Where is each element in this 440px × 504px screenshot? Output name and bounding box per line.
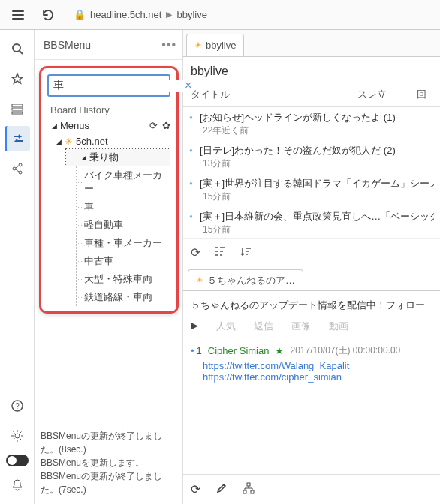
svg-rect-3 [12,112,23,114]
search-rail-icon[interactable] [5,36,30,62]
collapse-icon[interactable]: ◢ [52,122,57,130]
menus-label: Menus [60,120,149,131]
tree-leaf[interactable]: 大型・特殊車両 [77,270,170,288]
edit-icon[interactable] [215,482,228,496]
svg-point-9 [15,434,20,438]
thread-time: 13分前 [200,158,434,170]
tree-category-label: 乗り物 [89,151,119,164]
svg-point-6 [19,171,22,174]
list-rail-icon[interactable] [5,96,30,122]
list-sort-icon[interactable] [214,245,226,260]
share-rail-icon[interactable] [5,156,30,182]
secondary-tab-label: ５ちゃんねるのア… [207,274,295,287]
post-number: 1 [191,345,202,356]
sidebar-title: BBSMenu [44,39,161,51]
sort-desc-icon[interactable] [240,245,252,260]
bullet-icon: ● [189,210,197,236]
clear-search-icon[interactable]: × [185,79,191,92]
thread-time: 22年近く前 [200,124,434,137]
lock-icon: 🔒 [74,9,86,20]
col-title[interactable]: タイトル [191,88,357,101]
thread-time: 15分前 [200,190,434,203]
nav-popular[interactable]: 人気 [216,320,236,333]
thread-title: [実＋]世界が注目する韓国ドラマ「イカゲーム」シーズン2、ecord china… [200,177,434,190]
nav-reply[interactable]: 返信 [254,320,273,333]
tab-icon: ☀ [196,275,203,285]
post: 1 Cipher Simian ★ 2017/10/07(土) 00:00:00… [183,338,440,388]
svg-point-0 [13,44,20,52]
col-reply[interactable]: 回 [410,88,432,101]
thread-title: [実＋]日本維新の会、重点政策見直しへ…「ベーシックインカ [200,210,434,224]
thread-row[interactable]: ●[日テレ]わかった！その盗んだ奴が犯人だ (2)13分前 [183,140,440,172]
reload-icon[interactable]: ⟳ [191,245,200,260]
transfer-rail-icon[interactable] [5,126,30,152]
info-line: ５ちゃんねるのアップデート情報を配信中！フォロー [183,291,440,315]
tab-icon: ☀ [194,40,202,50]
status-log: BBSMenuの更新が終了しました。(8sec.)BBSMenuを更新します。B… [35,424,182,504]
bullet-icon: ● [189,177,197,203]
thread-title: [日テレ]わかった！その盗んだ奴が犯人だ (2) [200,144,434,158]
star-rail-icon[interactable] [5,66,30,92]
tree-leaf[interactable]: 車 [77,198,170,216]
page-title: bbylive [183,57,440,83]
thread-row[interactable]: ●[実＋]世界が注目する韓国ドラマ「イカゲーム」シーズン2、ecord chin… [183,172,440,206]
thread-row[interactable]: ●[お知らせ]ヘッドラインが新しくなったよ (1)22年近く前 [183,106,440,140]
settings-rail-icon[interactable] [5,423,30,448]
svg-rect-2 [12,108,23,110]
board-search-popup: × Board History ◢ Menus ⟳ ✿ ◢ ☀ 5ch.net … [39,66,179,314]
bell-rail-icon[interactable] [5,472,30,498]
column-header: タイトル スレ立 回 [183,83,440,106]
play-icon[interactable]: ▶ [191,320,198,333]
tree-leaf[interactable]: 鉄道路線・車両 [77,288,170,306]
sidebar-more-icon[interactable]: ••• [161,38,176,52]
url-host: headline.5ch.net [90,9,161,20]
tree-category-node[interactable]: ◢ 乗り物 [65,148,170,166]
tree-leaf[interactable]: 軽自動車 [77,216,170,234]
post-author: Cipher Simian [208,345,270,356]
svg-rect-1 [12,104,23,106]
svg-point-4 [13,167,16,170]
board-history-label: Board History [47,97,170,118]
tree-site-node[interactable]: ◢ ☀ 5ch.net [55,134,170,148]
secondary-tab[interactable]: ☀ ５ちゃんねるのア… [188,269,303,290]
post-link[interactable]: https://twitter.com/cipher_simian [203,371,342,382]
url-bar[interactable]: 🔒 headline.5ch.net ▶ bbylive [66,4,434,26]
chevron-right-icon: ▶ [166,10,172,20]
post-date: 2017/10/07(土) 00:00:00.00 [290,344,400,357]
tab-label: bbylive [206,40,236,51]
svg-rect-12 [251,490,254,494]
dark-mode-toggle[interactable] [6,453,29,468]
col-thread[interactable]: スレ立 [357,88,410,101]
svg-rect-11 [243,490,246,494]
nav-video[interactable]: 動画 [329,320,348,333]
reload-bottom-icon[interactable]: ⟳ [191,482,200,496]
tree-leaf[interactable]: 中古車 [77,252,170,270]
menu-icon[interactable] [6,3,30,27]
tree-leaf[interactable]: バイク車種メーカー [77,166,170,198]
board-search-input[interactable] [53,80,185,92]
nav-image[interactable]: 画像 [291,320,311,333]
undo-icon[interactable] [36,3,60,27]
help-rail-icon[interactable]: ? [5,393,30,418]
url-path: bbylive [176,9,206,20]
svg-point-5 [19,164,22,166]
svg-text:?: ? [15,402,20,410]
star-icon: ★ [275,345,284,356]
bullet-icon: ● [189,111,197,137]
tree-leaf[interactable]: 車種・車メーカー [77,234,170,252]
sitemap-icon[interactable] [243,482,255,496]
thread-time: 15分前 [200,224,434,236]
thread-row[interactable]: ●[実＋]日本維新の会、重点政策見直しへ…「ベーシックインカ15分前 [183,206,440,238]
post-link[interactable]: https://twitter.com/Walang_Kapalit [203,360,349,371]
thread-title: [お知らせ]ヘッドラインが新しくなったよ (1) [200,111,434,124]
site-icon: ☀ [65,136,73,147]
tree-site-label: 5ch.net [76,136,108,147]
refresh-icon[interactable]: ⟳ [149,120,158,131]
tab-bbylive[interactable]: ☀ bbylive [186,34,244,56]
svg-rect-10 [247,483,250,486]
gear-icon[interactable]: ✿ [162,120,170,131]
bullet-icon: ● [189,144,197,170]
